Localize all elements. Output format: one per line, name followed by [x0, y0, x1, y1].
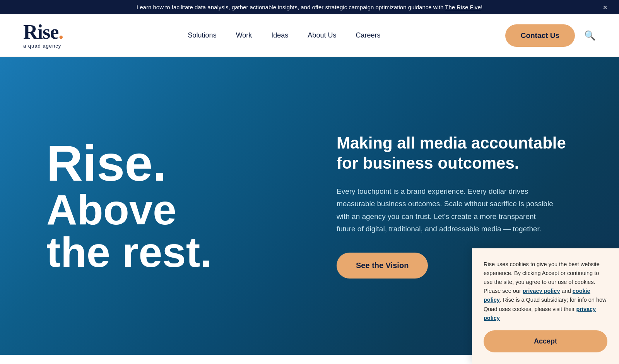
nav-ideas[interactable]: Ideas	[271, 31, 288, 39]
cookie-text: Rise uses cookies to give you the best w…	[484, 260, 607, 323]
hero-line3: the rest.	[46, 231, 290, 273]
logo-text: Rise.	[23, 22, 63, 42]
nav-work[interactable]: Work	[236, 31, 252, 39]
cookie-banner: Rise uses cookies to give you the best w…	[472, 248, 619, 355]
nav-about-us[interactable]: About Us	[308, 31, 336, 39]
hero-line2: Above	[46, 188, 290, 231]
header-right: Contact Us 🔍	[505, 24, 596, 47]
hero-line1: Rise.	[46, 138, 290, 188]
accept-cookies-button[interactable]: Accept	[484, 330, 607, 352]
announcement-text: Learn how to facilitate data analysis, g…	[137, 4, 482, 10]
see-vision-button[interactable]: See the Vision	[337, 253, 428, 279]
announcement-close-button[interactable]: ×	[603, 3, 607, 11]
logo[interactable]: Rise. a Quad agency	[23, 22, 63, 49]
announcement-bar: Learn how to facilitate data analysis, g…	[0, 0, 619, 14]
nav-solutions[interactable]: Solutions	[188, 31, 217, 39]
rise-five-link[interactable]: The Rise Five	[445, 4, 481, 10]
search-icon[interactable]: 🔍	[584, 30, 596, 41]
privacy-policy-link-1[interactable]: privacy policy	[523, 288, 560, 294]
hero-left: Rise. Above the rest.	[0, 107, 313, 304]
contact-us-button[interactable]: Contact Us	[505, 24, 575, 47]
logo-dot: .	[58, 21, 63, 43]
header: Rise. a Quad agency Solutions Work Ideas…	[0, 14, 619, 57]
hero-big-text: Rise. Above the rest.	[46, 138, 290, 273]
hero-heading: Making all media accountable for busines…	[337, 133, 580, 174]
nav-careers[interactable]: Careers	[356, 31, 380, 39]
hero-body: Every touchpoint is a brand experience. …	[337, 185, 553, 235]
main-nav: Solutions Work Ideas About Us Careers	[188, 31, 381, 39]
logo-sub: a Quad agency	[23, 43, 63, 49]
